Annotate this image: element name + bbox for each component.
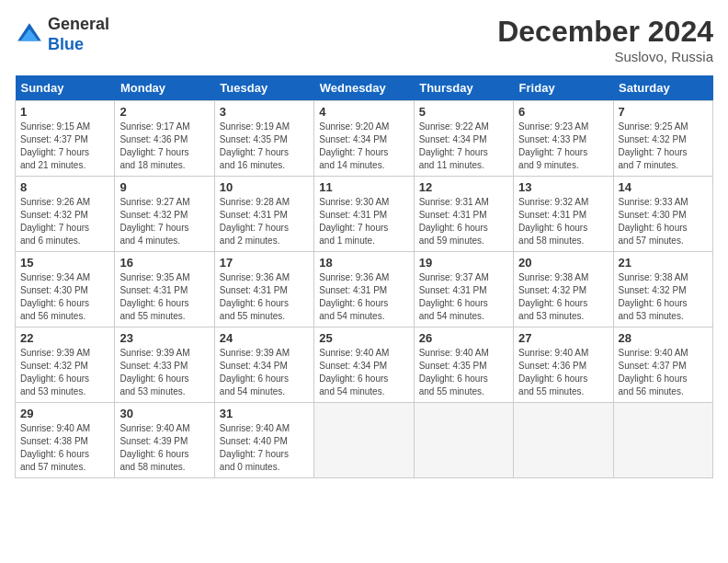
day-info: Sunrise: 9:40 AMSunset: 4:34 PMDaylight:… xyxy=(319,347,408,398)
day-number: 16 xyxy=(119,256,209,270)
day-number: 2 xyxy=(119,105,209,119)
day-info: Sunrise: 9:40 AMSunset: 4:35 PMDaylight:… xyxy=(419,347,508,398)
day-cell: 18Sunrise: 9:36 AMSunset: 4:31 PMDayligh… xyxy=(314,252,414,327)
day-info: Sunrise: 9:15 AMSunset: 4:37 PMDaylight:… xyxy=(20,121,109,172)
day-number: 21 xyxy=(619,256,708,270)
day-number: 10 xyxy=(220,180,309,194)
day-cell: 29Sunrise: 9:40 AMSunset: 4:38 PMDayligh… xyxy=(16,403,115,478)
day-cell: 6Sunrise: 9:23 AMSunset: 4:33 PMDaylight… xyxy=(514,101,613,177)
day-number: 1 xyxy=(20,105,109,119)
weekday-monday: Monday xyxy=(115,75,214,101)
day-info: Sunrise: 9:40 AMSunset: 4:39 PMDaylight:… xyxy=(119,422,209,474)
day-cell: 30Sunrise: 9:40 AMSunset: 4:39 PMDayligh… xyxy=(115,403,214,478)
day-number: 12 xyxy=(419,180,508,194)
day-cell xyxy=(514,403,613,478)
day-number: 19 xyxy=(419,256,508,270)
day-cell xyxy=(414,403,513,478)
day-info: Sunrise: 9:40 AMSunset: 4:38 PMDaylight:… xyxy=(20,422,109,474)
day-cell: 13Sunrise: 9:32 AMSunset: 4:31 PMDayligh… xyxy=(514,177,613,252)
day-cell: 14Sunrise: 9:33 AMSunset: 4:30 PMDayligh… xyxy=(613,177,712,252)
day-cell: 28Sunrise: 9:40 AMSunset: 4:37 PMDayligh… xyxy=(613,327,712,403)
logo-icon xyxy=(15,20,44,50)
weekday-header-row: SundayMondayTuesdayWednesdayThursdayFrid… xyxy=(16,75,713,101)
weekday-thursday: Thursday xyxy=(414,75,513,101)
day-cell: 20Sunrise: 9:38 AMSunset: 4:32 PMDayligh… xyxy=(514,252,613,327)
day-info: Sunrise: 9:39 AMSunset: 4:32 PMDaylight:… xyxy=(20,347,109,398)
day-cell: 21Sunrise: 9:38 AMSunset: 4:32 PMDayligh… xyxy=(613,252,712,327)
day-info: Sunrise: 9:19 AMSunset: 4:35 PMDaylight:… xyxy=(220,121,309,172)
day-info: Sunrise: 9:40 AMSunset: 4:37 PMDaylight:… xyxy=(619,347,708,398)
day-number: 30 xyxy=(119,407,209,420)
day-cell: 9Sunrise: 9:27 AMSunset: 4:32 PMDaylight… xyxy=(115,177,214,252)
day-cell: 11Sunrise: 9:30 AMSunset: 4:31 PMDayligh… xyxy=(314,177,414,252)
day-info: Sunrise: 9:31 AMSunset: 4:31 PMDaylight:… xyxy=(419,196,508,247)
day-cell xyxy=(613,403,712,478)
day-cell: 25Sunrise: 9:40 AMSunset: 4:34 PMDayligh… xyxy=(314,327,414,403)
day-cell: 27Sunrise: 9:40 AMSunset: 4:36 PMDayligh… xyxy=(514,327,613,403)
day-cell: 26Sunrise: 9:40 AMSunset: 4:35 PMDayligh… xyxy=(414,327,513,403)
day-info: Sunrise: 9:23 AMSunset: 4:33 PMDaylight:… xyxy=(518,121,608,172)
day-info: Sunrise: 9:22 AMSunset: 4:34 PMDaylight:… xyxy=(419,121,508,172)
day-cell: 15Sunrise: 9:34 AMSunset: 4:30 PMDayligh… xyxy=(16,252,115,327)
day-number: 14 xyxy=(619,180,708,194)
calendar-body: 1Sunrise: 9:15 AMSunset: 4:37 PMDaylight… xyxy=(16,101,713,478)
week-row-3: 15Sunrise: 9:34 AMSunset: 4:30 PMDayligh… xyxy=(16,252,713,327)
day-info: Sunrise: 9:33 AMSunset: 4:30 PMDaylight:… xyxy=(619,196,708,247)
logo: General Blue xyxy=(15,15,109,54)
week-row-2: 8Sunrise: 9:26 AMSunset: 4:32 PMDaylight… xyxy=(16,177,713,252)
week-row-4: 22Sunrise: 9:39 AMSunset: 4:32 PMDayligh… xyxy=(16,327,713,403)
calendar-table: SundayMondayTuesdayWednesdayThursdayFrid… xyxy=(15,75,713,478)
day-number: 5 xyxy=(419,105,508,119)
day-number: 31 xyxy=(220,407,309,420)
day-number: 24 xyxy=(220,331,309,345)
day-number: 23 xyxy=(119,331,209,345)
day-info: Sunrise: 9:20 AMSunset: 4:34 PMDaylight:… xyxy=(319,121,408,172)
day-number: 17 xyxy=(220,256,309,270)
day-number: 28 xyxy=(619,331,708,345)
weekday-friday: Friday xyxy=(514,75,613,101)
day-number: 15 xyxy=(20,256,109,270)
week-row-5: 29Sunrise: 9:40 AMSunset: 4:38 PMDayligh… xyxy=(16,403,713,478)
calendar-container: General Blue December 2024 Suslovo, Russ… xyxy=(0,0,728,486)
day-info: Sunrise: 9:38 AMSunset: 4:32 PMDaylight:… xyxy=(518,271,608,323)
weekday-sunday: Sunday xyxy=(16,75,115,101)
logo-text: General Blue xyxy=(48,15,109,54)
day-number: 22 xyxy=(20,331,109,345)
day-cell: 16Sunrise: 9:35 AMSunset: 4:31 PMDayligh… xyxy=(115,252,214,327)
day-cell: 8Sunrise: 9:26 AMSunset: 4:32 PMDaylight… xyxy=(16,177,115,252)
day-cell: 17Sunrise: 9:36 AMSunset: 4:31 PMDayligh… xyxy=(214,252,313,327)
weekday-tuesday: Tuesday xyxy=(214,75,313,101)
day-cell: 5Sunrise: 9:22 AMSunset: 4:34 PMDaylight… xyxy=(414,101,513,177)
month-title: December 2024 xyxy=(497,15,713,49)
day-number: 18 xyxy=(319,256,408,270)
day-number: 25 xyxy=(319,331,408,345)
day-number: 9 xyxy=(119,180,209,194)
title-block: December 2024 Suslovo, Russia xyxy=(497,15,713,64)
day-info: Sunrise: 9:40 AMSunset: 4:36 PMDaylight:… xyxy=(518,347,608,398)
day-cell: 22Sunrise: 9:39 AMSunset: 4:32 PMDayligh… xyxy=(16,327,115,403)
day-cell: 12Sunrise: 9:31 AMSunset: 4:31 PMDayligh… xyxy=(414,177,513,252)
day-info: Sunrise: 9:36 AMSunset: 4:31 PMDaylight:… xyxy=(220,271,309,323)
day-number: 8 xyxy=(20,180,109,194)
day-number: 26 xyxy=(419,331,508,345)
day-info: Sunrise: 9:35 AMSunset: 4:31 PMDaylight:… xyxy=(119,271,209,323)
day-number: 27 xyxy=(518,331,608,345)
location: Suslovo, Russia xyxy=(497,49,713,64)
day-cell: 19Sunrise: 9:37 AMSunset: 4:31 PMDayligh… xyxy=(414,252,513,327)
day-cell: 31Sunrise: 9:40 AMSunset: 4:40 PMDayligh… xyxy=(214,403,313,478)
day-info: Sunrise: 9:37 AMSunset: 4:31 PMDaylight:… xyxy=(419,271,508,323)
day-info: Sunrise: 9:36 AMSunset: 4:31 PMDaylight:… xyxy=(319,271,408,323)
day-cell: 3Sunrise: 9:19 AMSunset: 4:35 PMDaylight… xyxy=(214,101,313,177)
day-info: Sunrise: 9:28 AMSunset: 4:31 PMDaylight:… xyxy=(220,196,309,247)
day-info: Sunrise: 9:30 AMSunset: 4:31 PMDaylight:… xyxy=(319,196,408,247)
day-cell: 4Sunrise: 9:20 AMSunset: 4:34 PMDaylight… xyxy=(314,101,414,177)
day-info: Sunrise: 9:40 AMSunset: 4:40 PMDaylight:… xyxy=(220,422,309,474)
day-number: 29 xyxy=(20,407,109,420)
day-info: Sunrise: 9:17 AMSunset: 4:36 PMDaylight:… xyxy=(119,121,209,172)
day-number: 13 xyxy=(518,180,608,194)
day-info: Sunrise: 9:32 AMSunset: 4:31 PMDaylight:… xyxy=(518,196,608,247)
day-cell: 1Sunrise: 9:15 AMSunset: 4:37 PMDaylight… xyxy=(16,101,115,177)
day-number: 7 xyxy=(619,105,708,119)
week-row-1: 1Sunrise: 9:15 AMSunset: 4:37 PMDaylight… xyxy=(16,101,713,177)
day-info: Sunrise: 9:27 AMSunset: 4:32 PMDaylight:… xyxy=(119,196,209,247)
